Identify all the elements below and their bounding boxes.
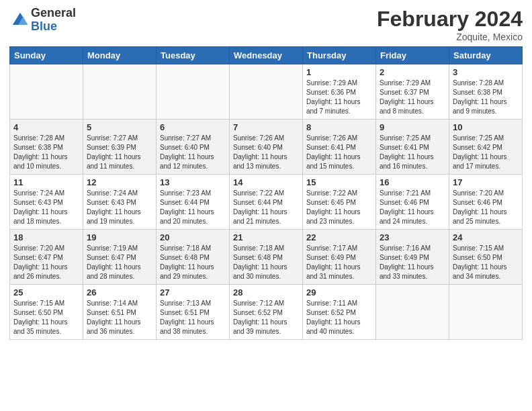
day-info: Sunrise: 7:24 AM Sunset: 6:43 PM Dayligh… [87, 189, 152, 226]
day-cell [449, 285, 523, 340]
day-number: 29 [306, 287, 372, 298]
week-row-1: 1Sunrise: 7:29 AM Sunset: 6:36 PM Daylig… [10, 64, 523, 120]
day-number: 11 [13, 177, 79, 187]
day-info: Sunrise: 7:14 AM Sunset: 6:51 PM Dayligh… [87, 299, 152, 336]
day-number: 27 [160, 287, 226, 298]
day-number: 6 [160, 122, 226, 132]
day-info: Sunrise: 7:28 AM Sunset: 6:38 PM Dayligh… [453, 79, 519, 116]
day-info: Sunrise: 7:20 AM Sunset: 6:47 PM Dayligh… [13, 244, 79, 281]
day-number: 8 [306, 122, 372, 132]
day-cell [230, 64, 303, 120]
week-row-4: 18Sunrise: 7:20 AM Sunset: 6:47 PM Dayli… [10, 230, 523, 285]
day-info: Sunrise: 7:29 AM Sunset: 6:36 PM Dayligh… [306, 79, 372, 116]
month-title: February 2024 [377, 7, 523, 32]
day-number: 20 [160, 232, 226, 242]
day-number: 22 [306, 232, 372, 242]
day-number: 28 [233, 287, 299, 298]
day-number: 7 [233, 122, 299, 132]
day-cell: 24Sunrise: 7:15 AM Sunset: 6:50 PM Dayli… [449, 230, 523, 285]
day-number: 14 [233, 177, 299, 187]
day-cell [83, 64, 157, 120]
day-number: 5 [87, 122, 152, 132]
header-day-thursday: Thursday [303, 47, 376, 64]
day-cell [157, 64, 230, 120]
calendar-header: SundayMondayTuesdayWednesdayThursdayFrid… [10, 47, 523, 64]
day-cell: 17Sunrise: 7:20 AM Sunset: 6:46 PM Dayli… [449, 175, 523, 230]
day-info: Sunrise: 7:22 AM Sunset: 6:45 PM Dayligh… [306, 189, 372, 226]
logo: General Blue [9, 7, 76, 34]
day-info: Sunrise: 7:20 AM Sunset: 6:46 PM Dayligh… [453, 189, 519, 226]
calendar: SundayMondayTuesdayWednesdayThursdayFrid… [9, 46, 523, 340]
day-info: Sunrise: 7:15 AM Sunset: 6:50 PM Dayligh… [453, 244, 519, 281]
day-number: 21 [233, 232, 299, 242]
day-number: 19 [87, 232, 152, 242]
day-number: 10 [453, 122, 519, 132]
day-cell: 26Sunrise: 7:14 AM Sunset: 6:51 PM Dayli… [83, 285, 157, 340]
day-number: 16 [380, 177, 445, 187]
day-cell: 23Sunrise: 7:16 AM Sunset: 6:49 PM Dayli… [376, 230, 449, 285]
day-number: 12 [87, 177, 152, 187]
day-number: 25 [13, 287, 79, 298]
day-number: 1 [306, 67, 372, 77]
header-row: SundayMondayTuesdayWednesdayThursdayFrid… [10, 47, 523, 64]
day-number: 18 [13, 232, 79, 242]
day-cell: 5Sunrise: 7:27 AM Sunset: 6:39 PM Daylig… [83, 120, 157, 175]
day-info: Sunrise: 7:19 AM Sunset: 6:47 PM Dayligh… [87, 244, 152, 281]
calendar-body: 1Sunrise: 7:29 AM Sunset: 6:36 PM Daylig… [10, 64, 523, 340]
day-cell: 15Sunrise: 7:22 AM Sunset: 6:45 PM Dayli… [303, 175, 376, 230]
day-cell: 9Sunrise: 7:25 AM Sunset: 6:41 PM Daylig… [376, 120, 449, 175]
day-cell: 12Sunrise: 7:24 AM Sunset: 6:43 PM Dayli… [83, 175, 157, 230]
day-cell: 28Sunrise: 7:12 AM Sunset: 6:52 PM Dayli… [230, 285, 303, 340]
day-cell: 10Sunrise: 7:25 AM Sunset: 6:42 PM Dayli… [449, 120, 523, 175]
day-cell: 1Sunrise: 7:29 AM Sunset: 6:36 PM Daylig… [303, 64, 376, 120]
header-day-friday: Friday [376, 47, 449, 64]
day-cell: 20Sunrise: 7:18 AM Sunset: 6:48 PM Dayli… [157, 230, 230, 285]
day-cell: 7Sunrise: 7:26 AM Sunset: 6:40 PM Daylig… [230, 120, 303, 175]
day-cell: 11Sunrise: 7:24 AM Sunset: 6:43 PM Dayli… [10, 175, 83, 230]
day-number: 3 [453, 67, 519, 77]
day-info: Sunrise: 7:25 AM Sunset: 6:41 PM Dayligh… [380, 134, 445, 171]
day-cell: 16Sunrise: 7:21 AM Sunset: 6:46 PM Dayli… [376, 175, 449, 230]
day-cell: 22Sunrise: 7:17 AM Sunset: 6:49 PM Dayli… [303, 230, 376, 285]
header-day-saturday: Saturday [449, 47, 523, 64]
header: General Blue February 2024 Zoquite, Mexi… [9, 7, 523, 42]
day-cell: 6Sunrise: 7:27 AM Sunset: 6:40 PM Daylig… [157, 120, 230, 175]
day-info: Sunrise: 7:21 AM Sunset: 6:46 PM Dayligh… [380, 189, 445, 226]
subtitle: Zoquite, Mexico [377, 32, 523, 42]
day-number: 17 [453, 177, 519, 187]
header-day-monday: Monday [83, 47, 157, 64]
day-cell [376, 285, 449, 340]
day-info: Sunrise: 7:15 AM Sunset: 6:50 PM Dayligh… [13, 299, 79, 336]
day-number: 23 [380, 232, 445, 242]
header-day-sunday: Sunday [10, 47, 83, 64]
day-info: Sunrise: 7:24 AM Sunset: 6:43 PM Dayligh… [13, 189, 79, 226]
day-cell: 21Sunrise: 7:18 AM Sunset: 6:48 PM Dayli… [230, 230, 303, 285]
day-info: Sunrise: 7:28 AM Sunset: 6:38 PM Dayligh… [13, 134, 79, 171]
day-cell [10, 64, 83, 120]
logo-blue-text: Blue [31, 20, 76, 34]
day-number: 2 [380, 67, 445, 77]
logo-general-text: General [31, 7, 76, 20]
day-cell: 18Sunrise: 7:20 AM Sunset: 6:47 PM Dayli… [10, 230, 83, 285]
day-cell: 25Sunrise: 7:15 AM Sunset: 6:50 PM Dayli… [10, 285, 83, 340]
day-number: 13 [160, 177, 226, 187]
day-cell: 19Sunrise: 7:19 AM Sunset: 6:47 PM Dayli… [83, 230, 157, 285]
day-info: Sunrise: 7:26 AM Sunset: 6:41 PM Dayligh… [306, 134, 372, 171]
day-info: Sunrise: 7:13 AM Sunset: 6:51 PM Dayligh… [160, 299, 226, 336]
day-info: Sunrise: 7:25 AM Sunset: 6:42 PM Dayligh… [453, 134, 519, 171]
logo-text: General Blue [31, 7, 76, 34]
day-number: 24 [453, 232, 519, 242]
page: General Blue February 2024 Zoquite, Mexi… [0, 0, 532, 411]
day-number: 15 [306, 177, 372, 187]
day-cell: 14Sunrise: 7:22 AM Sunset: 6:44 PM Dayli… [230, 175, 303, 230]
day-info: Sunrise: 7:17 AM Sunset: 6:49 PM Dayligh… [306, 244, 372, 281]
day-info: Sunrise: 7:22 AM Sunset: 6:44 PM Dayligh… [233, 189, 299, 226]
day-number: 26 [87, 287, 152, 298]
day-number: 4 [13, 122, 79, 132]
day-info: Sunrise: 7:27 AM Sunset: 6:40 PM Dayligh… [160, 134, 226, 171]
header-day-wednesday: Wednesday [230, 47, 303, 64]
day-info: Sunrise: 7:18 AM Sunset: 6:48 PM Dayligh… [233, 244, 299, 281]
week-row-2: 4Sunrise: 7:28 AM Sunset: 6:38 PM Daylig… [10, 120, 523, 175]
day-info: Sunrise: 7:29 AM Sunset: 6:37 PM Dayligh… [380, 79, 445, 116]
logo-icon [11, 11, 30, 30]
